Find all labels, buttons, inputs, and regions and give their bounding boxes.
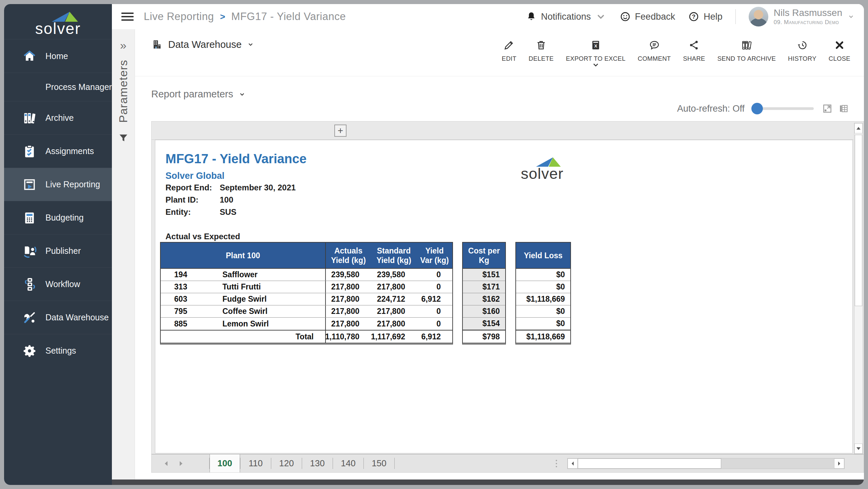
avatar: [749, 7, 768, 26]
scroll-left-button[interactable]: [568, 458, 578, 469]
table-row: 795Coffee Swirl217,800217,8000: [161, 305, 452, 318]
send-to-archive-button[interactable]: SEND TO ARCHIVE: [717, 39, 776, 68]
excel-icon: X: [590, 39, 601, 51]
table-row: 194Safflower239,580239,5800: [161, 269, 452, 281]
tab-options-icon[interactable]: [556, 460, 557, 467]
close-icon: [834, 39, 845, 51]
table-cell: 194: [161, 269, 201, 281]
data-source-label: Data Warehouse: [168, 39, 242, 50]
table-cell: 795: [161, 305, 201, 317]
tab-prev-icon[interactable]: [164, 460, 169, 467]
breadcrumb-separator-icon: >: [220, 12, 225, 22]
sheet-tab-100[interactable]: 100: [210, 454, 240, 472]
field-label: Entity:: [165, 207, 191, 217]
cost-table: Cost per Kg $151$171$162$160$154 $798: [462, 242, 506, 344]
horizontal-scrollbar-thumb[interactable]: [578, 458, 721, 469]
sidebar-item-home[interactable]: Home: [4, 39, 112, 73]
grid-view-icon[interactable]: [838, 103, 849, 114]
sidebar-item-publisher[interactable]: Publisher: [4, 234, 112, 267]
sidebar-item-workflow[interactable]: Workflow: [4, 267, 112, 301]
help-button[interactable]: ? Help: [688, 11, 723, 22]
scroll-up-button[interactable]: [854, 123, 863, 133]
sidebar-item-live-reporting[interactable]: Live Reporting: [4, 168, 112, 201]
vertical-scrollbar-thumb[interactable]: [855, 135, 862, 306]
feedback-button[interactable]: Feedback: [619, 11, 675, 22]
toolbar-action-label: SEND TO ARCHIVE: [717, 55, 776, 62]
sidebar-item-assignments[interactable]: Assignments: [4, 134, 112, 168]
data-source-dropdown[interactable]: Data Warehouse: [151, 39, 254, 50]
breadcrumb-page: MFG17 - Yield Variance: [231, 11, 346, 23]
loss-table-body: $0$0$1,118,669$0$0: [516, 269, 570, 330]
toolbar-action-label: DELETE: [529, 55, 554, 62]
slider-knob[interactable]: [751, 103, 763, 114]
auto-refresh-slider[interactable]: [753, 107, 814, 110]
table-cell: 239,580: [325, 269, 371, 281]
field-label: Report End:: [165, 183, 212, 192]
notifications-button[interactable]: Notifications: [526, 11, 607, 22]
add-button[interactable]: +: [334, 125, 347, 137]
edit-button[interactable]: EDIT: [502, 39, 516, 68]
toolbar-action-label: SHARE: [683, 55, 705, 62]
parameters-panel[interactable]: » Parameters: [112, 29, 135, 479]
sheet-tab-130[interactable]: 130: [302, 454, 333, 472]
share-button[interactable]: SHARE: [683, 39, 705, 68]
column-header: Yield Var (kg): [417, 243, 452, 268]
window-frame: solver HomeProcess ManagerArchiveAssignm…: [0, 0, 868, 489]
building-icon: [151, 39, 163, 50]
sheet-tab-120[interactable]: 120: [271, 454, 302, 472]
total-standard: 1,117,692: [371, 331, 417, 343]
breadcrumb-section[interactable]: Live Reporting: [144, 11, 214, 23]
expand-parameters-icon[interactable]: »: [120, 39, 126, 51]
chevron-down-icon: [239, 91, 245, 98]
column-header: Plant 100: [161, 243, 325, 268]
history-button[interactable]: HISTORY: [788, 39, 816, 68]
sidebar-item-label: Publisher: [45, 246, 81, 256]
report-parameters-toggle[interactable]: Report parameters: [151, 89, 245, 100]
svg-text:X: X: [594, 43, 597, 49]
trash-icon: [535, 39, 547, 51]
sheet-tab-110[interactable]: 110: [240, 454, 271, 472]
sidebar-item-settings[interactable]: Settings: [4, 334, 112, 367]
export-to-excel-button[interactable]: XEXPORT TO EXCEL: [566, 39, 626, 68]
sidebar-item-process-manager[interactable]: Process Manager: [4, 73, 112, 101]
scroll-right-button[interactable]: [834, 458, 844, 469]
close-button[interactable]: CLOSE: [829, 39, 850, 68]
table-total-row: Total 1,110,780 1,117,692 6,912: [161, 330, 452, 343]
main-area: Live Reporting > MFG17 - Yield Variance …: [112, 4, 864, 485]
sidebar-item-budgeting[interactable]: Budgeting: [4, 201, 112, 234]
table-cell: 603: [161, 293, 201, 305]
header-divider: [735, 9, 736, 24]
menu-button[interactable]: [120, 10, 135, 23]
auto-refresh-label: Auto-refresh: Off: [677, 104, 745, 114]
section-title: Actual vs Expected: [165, 232, 240, 241]
vertical-scrollbar[interactable]: [854, 123, 863, 454]
help-icon: ?: [688, 11, 699, 22]
share-icon: [688, 39, 700, 51]
comment-button[interactable]: COMMENT: [638, 39, 671, 68]
column-header: Standard Yield (kg): [371, 243, 417, 268]
sheet-tab-150[interactable]: 150: [364, 454, 394, 472]
loss-cell: $0: [516, 269, 570, 281]
sidebar-item-label: Workflow: [45, 279, 80, 289]
table-cell: Fudge Swirl: [201, 293, 325, 305]
total-variance: 6,912: [417, 331, 452, 343]
user-menu[interactable]: Nils Rasmussen 09. Manufacturing Demo: [749, 7, 854, 26]
sidebar-item-archive[interactable]: Archive: [4, 101, 112, 134]
loss-table-header: Yield Loss: [516, 243, 570, 269]
horizontal-scrollbar-track[interactable]: [578, 458, 834, 469]
yield-table: Plant 100 Actuals Yield (kg) Standard Yi…: [160, 242, 453, 344]
loss-cell: $1,118,669: [516, 293, 570, 305]
sheet-tab-140[interactable]: 140: [333, 454, 363, 472]
delete-button[interactable]: DELETE: [529, 39, 554, 68]
resize-icon[interactable]: [822, 103, 833, 114]
table-cell: 217,800: [325, 305, 371, 317]
horizontal-scrollbar[interactable]: [567, 458, 845, 469]
field-value: 100: [220, 195, 233, 205]
column-header: Yield Loss: [516, 243, 570, 268]
sidebar-item-label: Settings: [45, 346, 76, 356]
sidebar-item-data-warehouse[interactable]: Data Warehouse: [4, 301, 112, 334]
pencil-icon: [503, 39, 515, 51]
sheet-tabs: 100110120130140150: [209, 454, 395, 472]
tab-next-icon[interactable]: [179, 460, 183, 467]
scroll-down-button[interactable]: [854, 444, 863, 454]
